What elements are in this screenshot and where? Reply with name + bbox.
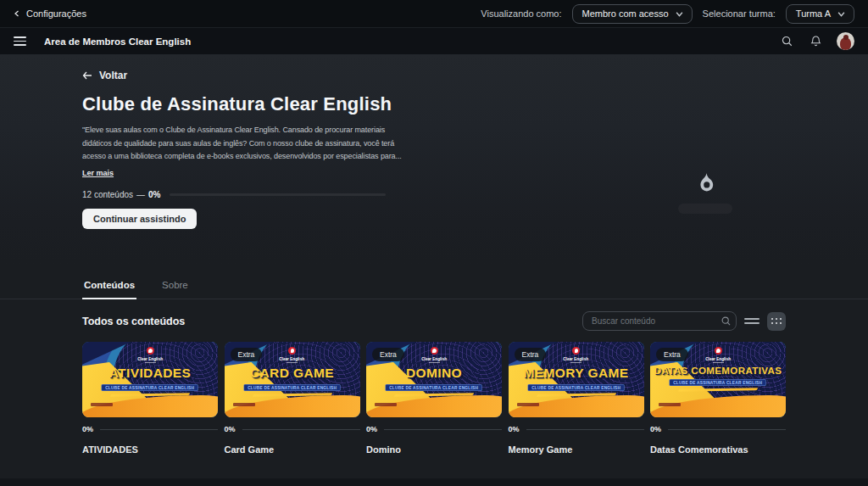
clear-english-logo: Clear English xyxy=(275,347,308,363)
tab-contents[interactable]: Conteúdos xyxy=(82,277,136,299)
card-progress-percent: 0% xyxy=(509,425,520,433)
card-cover-subtitle: Clube de Assinatura Clear English xyxy=(527,384,625,391)
card-title[interactable]: Datas Comemorativas xyxy=(650,444,786,455)
back-label: Voltar xyxy=(99,70,127,81)
contents-count: 12 conteúdos xyxy=(82,190,133,199)
card-cover[interactable]: Clear English ATIVIDADES Clube de Assina… xyxy=(82,342,218,417)
card-progress: 0% xyxy=(366,425,502,433)
cover-author-signature xyxy=(517,403,539,406)
user-avatar[interactable] xyxy=(837,32,854,50)
clear-english-logo: Clear English xyxy=(559,347,592,363)
brand-subline xyxy=(713,362,724,363)
cover-author-signature xyxy=(233,403,255,406)
cover-swoosh xyxy=(536,393,616,397)
app-title: Area de Membros Clear English xyxy=(44,36,191,47)
viewing-as-value: Membro com acesso xyxy=(582,8,669,19)
contents-toolbar: Todos os conteúdos xyxy=(0,311,868,331)
cover-author-signature xyxy=(375,403,397,406)
brand-subline xyxy=(145,362,156,363)
card-cover-title: MEMORY GAME xyxy=(523,366,628,381)
content-search-input[interactable] xyxy=(582,311,737,331)
search-icon[interactable] xyxy=(779,34,794,49)
clear-english-logo: Clear English xyxy=(418,347,450,363)
viewing-as-label: Visualizando como: xyxy=(481,8,561,19)
card-badge: Extra xyxy=(656,348,688,361)
cover-brand-name: Clear English xyxy=(137,357,163,361)
card-title[interactable]: Memory Game xyxy=(509,444,644,455)
cover-swoosh xyxy=(252,393,332,397)
config-back-label: Configurações xyxy=(26,8,86,19)
content-search xyxy=(582,311,737,331)
cover-swoosh xyxy=(678,388,759,392)
cards-row: Clear English ATIVIDADES Clube de Assina… xyxy=(0,342,868,455)
list-view-icon[interactable] xyxy=(744,314,760,329)
config-back-button[interactable]: Configurações xyxy=(14,8,86,19)
clear-english-logo: Clear English xyxy=(134,347,166,363)
select-class-label: Selecionar turma: xyxy=(703,8,776,19)
course-description: "Eleve suas aulas com o Clube de Assinat… xyxy=(82,124,868,164)
card-cover-title: DOMINO xyxy=(406,366,462,381)
chevron-left-icon xyxy=(14,10,20,17)
brand-mark-icon xyxy=(147,347,154,355)
clear-english-logo: Clear English xyxy=(702,347,734,363)
card-progress-line xyxy=(668,429,786,430)
menu-icon[interactable] xyxy=(14,36,26,46)
card-progress-percent: 0% xyxy=(82,425,93,433)
separator: — xyxy=(136,190,145,199)
tab-about[interactable]: Sobre xyxy=(160,277,190,299)
card-progress: 0% xyxy=(225,425,360,433)
select-class-dropdown[interactable]: Turma A xyxy=(786,4,854,24)
page: Configurações Visualizando como: Membro … xyxy=(0,0,868,486)
card-badge: Extra xyxy=(515,348,547,361)
search-icon xyxy=(720,315,732,327)
card-cover-title: ATIVIDADES xyxy=(109,366,192,381)
course-progress: 12 conteúdos — 0% xyxy=(82,190,868,199)
hero-media-placeholder xyxy=(678,171,732,214)
brand-mark-icon xyxy=(572,347,580,355)
card-progress: 0% xyxy=(650,425,786,433)
cover-brand-name: Clear English xyxy=(705,357,731,361)
cover-author-signature xyxy=(659,403,681,406)
card-progress-percent: 0% xyxy=(650,425,661,433)
brand-subline xyxy=(429,362,440,363)
brand-mark-icon xyxy=(715,347,722,355)
card-cover-subtitle: Clube de Assinatura Clear English xyxy=(243,384,341,391)
tabs: Conteúdos Sobre xyxy=(0,277,868,299)
cover-swoosh xyxy=(110,393,191,397)
cover-swoosh xyxy=(394,393,475,397)
grid-view-icon[interactable] xyxy=(767,312,786,331)
cover-brand-name: Clear English xyxy=(280,357,305,361)
card-cover[interactable]: Extra Clear English MEMORY GAME Clube de… xyxy=(509,342,644,417)
media-shelf xyxy=(678,204,732,214)
card-cover[interactable]: Extra Clear English DATAS COMEMORATIVAS … xyxy=(650,342,786,417)
brand-mark-icon xyxy=(431,347,438,355)
card-progress-line xyxy=(242,429,360,430)
card-cover-title: CARD GAME xyxy=(250,366,334,381)
brand-mark-icon xyxy=(288,347,296,355)
notifications-bell-icon[interactable] xyxy=(808,34,823,49)
content-card: Clear English ATIVIDADES Clube de Assina… xyxy=(82,342,218,455)
viewing-as-dropdown[interactable]: Membro com acesso xyxy=(572,4,693,24)
read-more-link[interactable]: Ler mais xyxy=(82,169,114,177)
cover-brand-name: Clear English xyxy=(564,357,589,361)
card-cover[interactable]: Extra Clear English DOMINO Clube de Assi… xyxy=(366,342,502,417)
card-cover[interactable]: Extra Clear English CARD GAME Clube de A… xyxy=(225,342,360,417)
continue-watching-button[interactable]: Continuar assistindo xyxy=(82,209,197,229)
card-title[interactable]: Card Game xyxy=(225,444,360,455)
content-card: Extra Clear English DATAS COMEMORATIVAS … xyxy=(650,342,786,455)
card-progress-percent: 0% xyxy=(225,425,236,433)
select-class-value: Turma A xyxy=(796,8,831,19)
card-cover-title: DATAS COMEMORATIVAS xyxy=(654,366,782,376)
config-bar: Configurações Visualizando como: Membro … xyxy=(0,0,868,28)
content-card: Extra Clear English DOMINO Clube de Assi… xyxy=(366,342,502,455)
brand-subline xyxy=(570,362,581,363)
cover-brand-name: Clear English xyxy=(421,357,447,361)
progress-bar xyxy=(170,193,386,196)
back-link[interactable]: Voltar xyxy=(82,70,127,81)
card-progress-line xyxy=(100,429,218,430)
card-title[interactable]: ATIVIDADES xyxy=(82,444,218,455)
arrow-left-icon xyxy=(82,71,92,80)
card-title[interactable]: Domino xyxy=(366,444,502,455)
cover-author-signature xyxy=(91,403,113,406)
card-progress-percent: 0% xyxy=(366,425,377,433)
